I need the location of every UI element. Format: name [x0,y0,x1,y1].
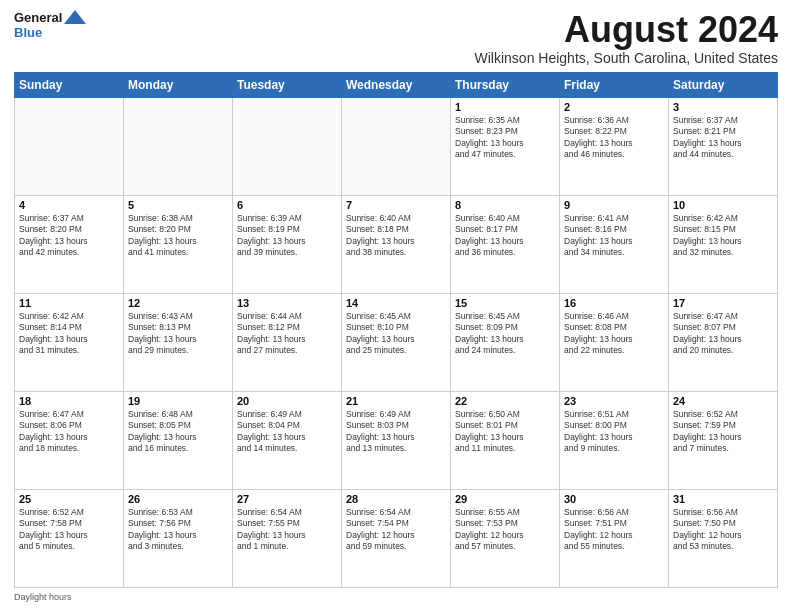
day-number: 16 [564,297,664,309]
calendar-cell: 27Sunrise: 6:54 AM Sunset: 7:55 PM Dayli… [233,489,342,587]
day-info: Sunrise: 6:53 AM Sunset: 7:56 PM Dayligh… [128,507,228,553]
day-info: Sunrise: 6:52 AM Sunset: 7:59 PM Dayligh… [673,409,773,455]
day-number: 21 [346,395,446,407]
day-info: Sunrise: 6:47 AM Sunset: 8:07 PM Dayligh… [673,311,773,357]
day-info: Sunrise: 6:39 AM Sunset: 8:19 PM Dayligh… [237,213,337,259]
day-info: Sunrise: 6:42 AM Sunset: 8:15 PM Dayligh… [673,213,773,259]
calendar-header-thursday: Thursday [451,72,560,97]
day-number: 23 [564,395,664,407]
calendar-cell: 13Sunrise: 6:44 AM Sunset: 8:12 PM Dayli… [233,293,342,391]
day-number: 1 [455,101,555,113]
calendar-cell: 7Sunrise: 6:40 AM Sunset: 8:18 PM Daylig… [342,195,451,293]
calendar-cell: 31Sunrise: 6:56 AM Sunset: 7:50 PM Dayli… [669,489,778,587]
calendar-cell: 2Sunrise: 6:36 AM Sunset: 8:22 PM Daylig… [560,97,669,195]
calendar-header-tuesday: Tuesday [233,72,342,97]
calendar-cell: 23Sunrise: 6:51 AM Sunset: 8:00 PM Dayli… [560,391,669,489]
day-number: 2 [564,101,664,113]
calendar-cell: 22Sunrise: 6:50 AM Sunset: 8:01 PM Dayli… [451,391,560,489]
calendar-cell: 10Sunrise: 6:42 AM Sunset: 8:15 PM Dayli… [669,195,778,293]
calendar-cell: 14Sunrise: 6:45 AM Sunset: 8:10 PM Dayli… [342,293,451,391]
day-number: 8 [455,199,555,211]
day-number: 30 [564,493,664,505]
calendar-cell: 4Sunrise: 6:37 AM Sunset: 8:20 PM Daylig… [15,195,124,293]
day-number: 14 [346,297,446,309]
svg-marker-0 [64,10,86,24]
calendar-cell: 8Sunrise: 6:40 AM Sunset: 8:17 PM Daylig… [451,195,560,293]
calendar-header-saturday: Saturday [669,72,778,97]
calendar-header-friday: Friday [560,72,669,97]
day-number: 7 [346,199,446,211]
day-number: 27 [237,493,337,505]
calendar-cell [233,97,342,195]
header: General Blue August 2024 Wilkinson Heigh… [14,10,778,66]
day-info: Sunrise: 6:51 AM Sunset: 8:00 PM Dayligh… [564,409,664,455]
calendar-cell [124,97,233,195]
location: Wilkinson Heights, South Carolina, Unite… [475,50,778,66]
day-number: 24 [673,395,773,407]
day-number: 20 [237,395,337,407]
title-block: August 2024 Wilkinson Heights, South Car… [475,10,778,66]
day-info: Sunrise: 6:56 AM Sunset: 7:50 PM Dayligh… [673,507,773,553]
day-number: 18 [19,395,119,407]
day-info: Sunrise: 6:49 AM Sunset: 8:04 PM Dayligh… [237,409,337,455]
day-number: 5 [128,199,228,211]
calendar-cell: 24Sunrise: 6:52 AM Sunset: 7:59 PM Dayli… [669,391,778,489]
calendar-header-wednesday: Wednesday [342,72,451,97]
logo-general: General [14,10,62,25]
day-info: Sunrise: 6:48 AM Sunset: 8:05 PM Dayligh… [128,409,228,455]
daylight-label: Daylight hours [14,592,72,602]
calendar-cell: 12Sunrise: 6:43 AM Sunset: 8:13 PM Dayli… [124,293,233,391]
day-number: 13 [237,297,337,309]
calendar-cell: 17Sunrise: 6:47 AM Sunset: 8:07 PM Dayli… [669,293,778,391]
day-number: 31 [673,493,773,505]
day-number: 11 [19,297,119,309]
calendar-header-monday: Monday [124,72,233,97]
calendar-cell: 9Sunrise: 6:41 AM Sunset: 8:16 PM Daylig… [560,195,669,293]
day-info: Sunrise: 6:38 AM Sunset: 8:20 PM Dayligh… [128,213,228,259]
day-info: Sunrise: 6:50 AM Sunset: 8:01 PM Dayligh… [455,409,555,455]
day-info: Sunrise: 6:41 AM Sunset: 8:16 PM Dayligh… [564,213,664,259]
calendar-cell: 15Sunrise: 6:45 AM Sunset: 8:09 PM Dayli… [451,293,560,391]
calendar-cell: 16Sunrise: 6:46 AM Sunset: 8:08 PM Dayli… [560,293,669,391]
calendar-cell: 29Sunrise: 6:55 AM Sunset: 7:53 PM Dayli… [451,489,560,587]
logo-text-general: General [14,11,62,25]
day-info: Sunrise: 6:37 AM Sunset: 8:20 PM Dayligh… [19,213,119,259]
calendar-table: SundayMondayTuesdayWednesdayThursdayFrid… [14,72,778,588]
calendar-cell: 5Sunrise: 6:38 AM Sunset: 8:20 PM Daylig… [124,195,233,293]
day-info: Sunrise: 6:52 AM Sunset: 7:58 PM Dayligh… [19,507,119,553]
calendar-week-3: 18Sunrise: 6:47 AM Sunset: 8:06 PM Dayli… [15,391,778,489]
calendar-cell: 11Sunrise: 6:42 AM Sunset: 8:14 PM Dayli… [15,293,124,391]
calendar-week-0: 1Sunrise: 6:35 AM Sunset: 8:23 PM Daylig… [15,97,778,195]
calendar-cell: 21Sunrise: 6:49 AM Sunset: 8:03 PM Dayli… [342,391,451,489]
day-number: 29 [455,493,555,505]
logo-blue: Blue [14,26,42,40]
day-info: Sunrise: 6:36 AM Sunset: 8:22 PM Dayligh… [564,115,664,161]
day-info: Sunrise: 6:49 AM Sunset: 8:03 PM Dayligh… [346,409,446,455]
calendar-cell: 28Sunrise: 6:54 AM Sunset: 7:54 PM Dayli… [342,489,451,587]
day-info: Sunrise: 6:45 AM Sunset: 8:09 PM Dayligh… [455,311,555,357]
day-info: Sunrise: 6:37 AM Sunset: 8:21 PM Dayligh… [673,115,773,161]
day-info: Sunrise: 6:45 AM Sunset: 8:10 PM Dayligh… [346,311,446,357]
day-number: 12 [128,297,228,309]
footer-note: Daylight hours [14,592,778,602]
calendar-cell: 26Sunrise: 6:53 AM Sunset: 7:56 PM Dayli… [124,489,233,587]
day-number: 10 [673,199,773,211]
calendar-cell: 6Sunrise: 6:39 AM Sunset: 8:19 PM Daylig… [233,195,342,293]
day-info: Sunrise: 6:40 AM Sunset: 8:17 PM Dayligh… [455,213,555,259]
month-title: August 2024 [475,10,778,50]
calendar-header-row: SundayMondayTuesdayWednesdayThursdayFrid… [15,72,778,97]
day-number: 4 [19,199,119,211]
calendar-week-2: 11Sunrise: 6:42 AM Sunset: 8:14 PM Dayli… [15,293,778,391]
day-number: 6 [237,199,337,211]
calendar-cell [15,97,124,195]
day-number: 25 [19,493,119,505]
day-number: 22 [455,395,555,407]
day-number: 28 [346,493,446,505]
day-info: Sunrise: 6:54 AM Sunset: 7:55 PM Dayligh… [237,507,337,553]
calendar-cell: 1Sunrise: 6:35 AM Sunset: 8:23 PM Daylig… [451,97,560,195]
calendar-week-1: 4Sunrise: 6:37 AM Sunset: 8:20 PM Daylig… [15,195,778,293]
day-info: Sunrise: 6:42 AM Sunset: 8:14 PM Dayligh… [19,311,119,357]
calendar-week-4: 25Sunrise: 6:52 AM Sunset: 7:58 PM Dayli… [15,489,778,587]
calendar-header-sunday: Sunday [15,72,124,97]
day-number: 26 [128,493,228,505]
